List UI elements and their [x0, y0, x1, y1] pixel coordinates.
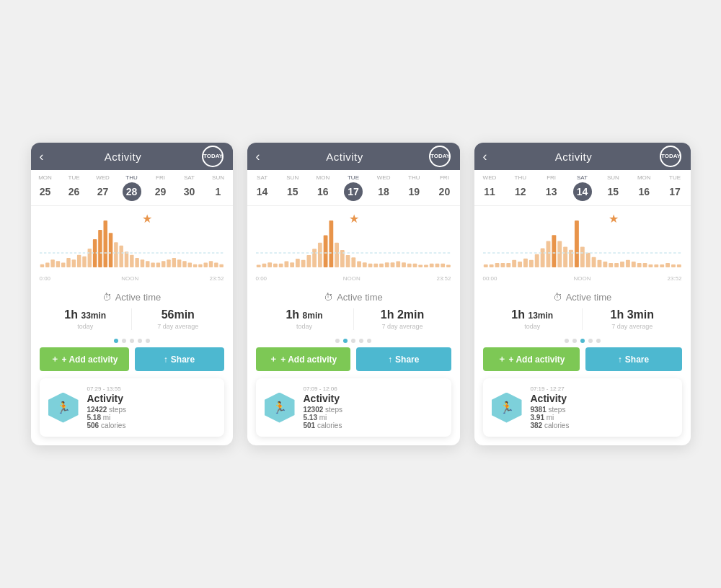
chart-label-noon: NOON — [343, 275, 360, 282]
cal-num: 13 — [542, 182, 561, 201]
buttons-row: ＋ + Add activity ↑ Share — [247, 347, 460, 378]
chart-svg — [40, 213, 224, 271]
phone-card-card3: ‹ Activity TODAY WED 11 THU 12 FRI 13 SA… — [474, 143, 691, 445]
today-button[interactable]: TODAY — [202, 146, 224, 167]
svg-rect-63 — [407, 264, 411, 267]
add-activity-label: + Add activity — [509, 355, 565, 365]
cal-day-30[interactable]: SAT 30 — [175, 170, 204, 205]
cal-day-13[interactable]: FRI 13 — [536, 170, 567, 205]
svg-rect-89 — [580, 247, 584, 267]
dot-4[interactable] — [146, 339, 150, 343]
activity-card[interactable]: 🏃 07:09 - 12:06 Activity 12302 steps 5.1… — [256, 378, 451, 437]
add-activity-label: + Add activity — [280, 355, 337, 365]
app-header: ‹ Activity TODAY — [474, 143, 691, 170]
cal-num: 14 — [253, 182, 272, 201]
activity-steps: 9381 steps — [531, 406, 570, 414]
cal-dow: FRI — [156, 174, 165, 181]
activity-icon-wrap: 🏃 — [265, 393, 295, 423]
svg-rect-54 — [357, 261, 361, 267]
svg-rect-14 — [114, 242, 118, 267]
back-button[interactable]: ‹ — [40, 149, 44, 164]
svg-rect-39 — [273, 264, 278, 267]
svg-rect-2 — [50, 259, 54, 267]
dot-3[interactable] — [138, 339, 142, 343]
chart-labels: 0:00 NOON 23:52 — [40, 275, 224, 282]
activity-name: Activity — [531, 393, 570, 404]
cal-day-17[interactable]: TUE 17 — [660, 170, 691, 205]
cal-dow: SAT — [257, 174, 267, 181]
cal-num: 18 — [374, 182, 393, 201]
svg-rect-5 — [66, 258, 70, 267]
stat-avg: 56min 7 day average — [132, 308, 224, 330]
cal-num: 14 — [573, 182, 592, 201]
cal-day-25[interactable]: MON 25 — [31, 170, 60, 205]
cal-day-1[interactable]: SUN 1 — [204, 170, 233, 205]
cal-day-19[interactable]: THU 19 — [399, 170, 429, 205]
share-button[interactable]: ↑ Share — [585, 347, 682, 371]
stat-avg-label: 7 day average — [354, 323, 451, 330]
svg-rect-44 — [301, 260, 305, 267]
chart-area: ★ 00:00 NOON 23:52 — [474, 206, 691, 286]
svg-rect-40 — [278, 264, 283, 267]
dot-4[interactable] — [367, 339, 371, 343]
cal-day-15[interactable]: SUN 15 — [278, 170, 308, 205]
dot-0[interactable] — [565, 339, 569, 343]
timer-icon: ⏱ — [553, 292, 562, 303]
dot-2[interactable] — [351, 339, 355, 343]
svg-rect-27 — [182, 261, 186, 267]
share-button[interactable]: ↑ Share — [135, 347, 224, 371]
dot-2[interactable] — [130, 339, 134, 343]
add-activity-button[interactable]: ＋ + Add activity — [483, 347, 580, 371]
activity-time: 07:09 - 12:06 — [304, 386, 343, 392]
stat-avg-label: 7 day average — [132, 323, 224, 330]
dot-3[interactable] — [588, 339, 593, 343]
today-button[interactable]: TODAY — [660, 146, 681, 167]
share-button[interactable]: ↑ Share — [356, 347, 451, 371]
svg-rect-100 — [642, 263, 647, 267]
cal-day-14[interactable]: SAT 14 — [247, 170, 278, 205]
chart-label-end: 23:52 — [209, 275, 224, 282]
cal-day-27[interactable]: WED 27 — [89, 170, 118, 205]
cal-day-11[interactable]: WED 11 — [474, 170, 505, 205]
stat-today-value: 1h 13min — [483, 308, 583, 321]
back-button[interactable]: ‹ — [256, 149, 260, 164]
chart-star: ★ — [609, 212, 619, 226]
dot-1[interactable] — [572, 339, 577, 343]
activity-time: 07:29 - 13:55 — [87, 386, 127, 392]
svg-rect-38 — [267, 262, 272, 267]
cal-day-12[interactable]: THU 12 — [505, 170, 536, 205]
cal-day-14[interactable]: SAT 14 — [567, 170, 598, 205]
today-button[interactable]: TODAY — [429, 146, 451, 167]
cal-day-26[interactable]: TUE 26 — [60, 170, 89, 205]
cal-day-18[interactable]: WED 18 — [368, 170, 399, 205]
svg-rect-97 — [625, 260, 629, 267]
dot-3[interactable] — [359, 339, 363, 343]
dot-2[interactable] — [580, 339, 585, 343]
svg-rect-26 — [177, 259, 180, 267]
cal-day-15[interactable]: SUN 15 — [598, 170, 629, 205]
cal-day-29[interactable]: FRI 29 — [146, 170, 175, 205]
dot-1[interactable] — [343, 339, 348, 343]
cal-num: 11 — [480, 182, 499, 201]
cal-num: 28 — [123, 182, 141, 201]
cal-day-28[interactable]: THU 28 — [118, 170, 146, 205]
svg-rect-68 — [435, 264, 439, 267]
svg-rect-46 — [312, 249, 317, 267]
dot-0[interactable] — [335, 339, 340, 343]
add-activity-button[interactable]: ＋ + Add activity — [40, 347, 129, 371]
dot-1[interactable] — [122, 339, 126, 343]
cal-day-16[interactable]: MON 16 — [308, 170, 338, 205]
svg-rect-92 — [597, 260, 601, 267]
cal-dow: SAT — [577, 174, 588, 181]
add-activity-button[interactable]: ＋ + Add activity — [256, 347, 351, 371]
activity-card[interactable]: 🏃 07:19 - 12:27 Activity 9381 steps 3.91… — [483, 378, 682, 437]
activity-card[interactable]: 🏃 07:29 - 13:55 Activity 12422 steps 5.1… — [40, 378, 224, 437]
cal-day-20[interactable]: FRI 20 — [429, 170, 459, 205]
header-title: Activity — [555, 151, 593, 163]
dot-4[interactable] — [596, 339, 601, 343]
dot-0[interactable] — [114, 339, 118, 343]
back-button[interactable]: ‹ — [483, 149, 487, 164]
cal-day-16[interactable]: MON 16 — [629, 170, 660, 205]
cal-day-17[interactable]: TUE 17 — [338, 170, 368, 205]
svg-rect-95 — [614, 263, 619, 267]
